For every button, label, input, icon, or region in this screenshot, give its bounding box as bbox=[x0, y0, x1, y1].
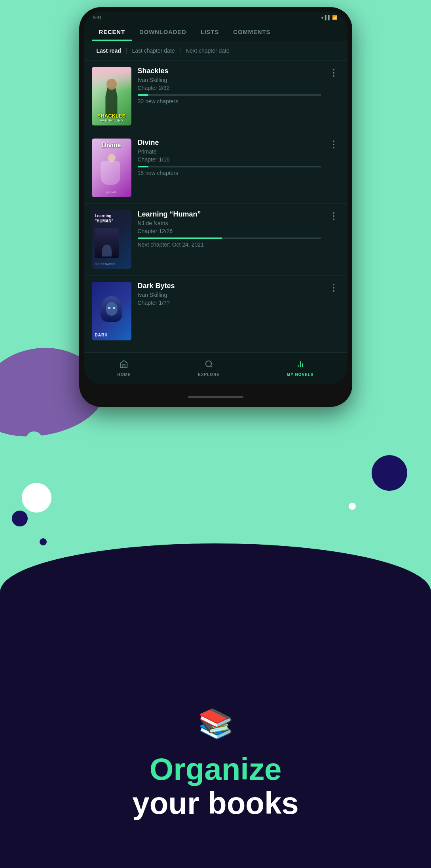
menu-dot-2 bbox=[333, 287, 334, 289]
book-author-dark-bytes: Ivan Skilling bbox=[138, 292, 321, 298]
book-author-divine: Primate bbox=[138, 148, 321, 155]
book-cover-shackles[interactable]: SHACKLES IVAN SKILLING bbox=[92, 67, 131, 125]
book-menu-learning-human[interactable] bbox=[328, 210, 340, 222]
book-status-shackles: 30 new chapters bbox=[138, 98, 321, 104]
book-info-dark-bytes: Dark Bytes Ivan Skilling Chapter 1/?? bbox=[138, 282, 321, 306]
nav-label-home: HOME bbox=[117, 372, 131, 377]
nav-item-my-novels[interactable]: MY NOVELS bbox=[287, 360, 314, 377]
book-menu-divine[interactable] bbox=[328, 139, 340, 150]
book-author-shackles: Ivan Skilling bbox=[138, 77, 321, 83]
tabs-navigation: RECENT DOWNLOADED LISTS COMMENTS bbox=[84, 23, 347, 41]
book-info-learning-human: Learning “Human” NJ de Natris Chapter 12… bbox=[138, 210, 321, 248]
book-title-shackles: Shackles bbox=[138, 67, 321, 75]
book-item-divine: Divine primate Divin bbox=[84, 132, 347, 204]
status-time: 9:41 bbox=[93, 15, 102, 20]
book-chapter-dark-bytes: Chapter 1/?? bbox=[138, 300, 321, 306]
sort-last-chapter-date[interactable]: Last chapter date bbox=[127, 46, 179, 55]
phone-screen: 9:41 ● ▌▌ 📶 RECENT DOWNLOADED LISTS COMM… bbox=[84, 12, 347, 384]
dark-circle-decoration bbox=[372, 455, 407, 491]
bottom-section: 📚 Organize your books bbox=[0, 543, 431, 868]
book-menu-dark-bytes[interactable] bbox=[328, 282, 340, 294]
book-status-divine: 15 new chapters bbox=[138, 170, 321, 176]
your-books-title: your books bbox=[132, 786, 298, 821]
organize-title: Organize bbox=[150, 752, 282, 786]
nav-item-explore[interactable]: EXPLORE bbox=[198, 360, 220, 377]
phone-frame: 9:41 ● ▌▌ 📶 RECENT DOWNLOADED LISTS COMM… bbox=[79, 7, 352, 407]
menu-dot-3 bbox=[333, 290, 334, 292]
menu-dot-1 bbox=[333, 212, 334, 214]
book-title-divine: Divine bbox=[138, 139, 321, 147]
cover-divine-title: Divine bbox=[102, 142, 121, 149]
menu-dot-1 bbox=[333, 141, 334, 142]
cover-learning-title: Learning"HUMAN" bbox=[95, 213, 114, 224]
book-menu-shackles[interactable] bbox=[328, 67, 340, 79]
sort-last-read[interactable]: Last read bbox=[92, 46, 126, 55]
book-chapter-divine: Chapter 1/16 bbox=[138, 156, 321, 163]
book-item-dark-bytes: DARK Dark Bytes Ivan Skilling Chapter 1/… bbox=[84, 275, 347, 347]
book-cover-divine[interactable]: Divine primate bbox=[92, 139, 131, 197]
nav-item-home[interactable]: HOME bbox=[117, 360, 131, 377]
book-cover-learning-human[interactable]: Learning"HUMAN" N.J. DE NATRIS bbox=[92, 210, 131, 269]
sort-bar: Last read | Last chapter date | Next cha… bbox=[84, 41, 347, 61]
explore-icon bbox=[205, 360, 213, 371]
bottom-navigation: HOME EXPLORE bbox=[84, 352, 347, 384]
phone-gesture-bar bbox=[188, 396, 243, 398]
progress-bar-learning-container bbox=[138, 237, 321, 239]
book-author-learning-human: NJ de Natris bbox=[138, 220, 321, 226]
white-dot-decoration bbox=[349, 503, 356, 510]
menu-dot-1 bbox=[333, 284, 334, 285]
status-bar: 9:41 ● ▌▌ 📶 bbox=[84, 12, 347, 23]
progress-bar-shackles-container bbox=[138, 94, 321, 96]
books-emoji: 📚 bbox=[198, 707, 234, 741]
progress-bar-divine-container bbox=[138, 166, 321, 167]
progress-bar-shackles-fill bbox=[138, 94, 149, 96]
progress-bar-divine-fill bbox=[138, 166, 149, 167]
white-circle-decoration bbox=[22, 483, 51, 513]
sort-next-chapter-date[interactable]: Next chapter date bbox=[181, 46, 234, 55]
book-title-dark-bytes: Dark Bytes bbox=[138, 282, 321, 290]
menu-dot-2 bbox=[333, 72, 334, 74]
book-status-learning-human: Next chapter: Oct 24, 2021 bbox=[138, 241, 321, 248]
tab-lists[interactable]: LISTS bbox=[194, 23, 226, 41]
menu-dot-3 bbox=[333, 218, 334, 220]
dark-dot-decoration bbox=[40, 538, 47, 545]
phone-mockup: 9:41 ● ▌▌ 📶 RECENT DOWNLOADED LISTS COMM… bbox=[79, 7, 352, 407]
book-chapter-learning-human: Chapter 12/26 bbox=[138, 228, 321, 234]
svg-point-0 bbox=[205, 361, 211, 367]
book-info-divine: Divine Primate Chapter 1/16 15 new chapt… bbox=[138, 139, 321, 176]
home-icon bbox=[120, 360, 128, 371]
cover-darkbytes-text: DARK bbox=[95, 333, 108, 337]
nav-label-explore: EXPLORE bbox=[198, 372, 220, 377]
nav-label-my-novels: MY NOVELS bbox=[287, 372, 314, 377]
book-title-learning-human: Learning “Human” bbox=[138, 210, 321, 218]
menu-dot-3 bbox=[333, 75, 334, 77]
status-icons: ● ▌▌ 📶 bbox=[321, 15, 338, 20]
menu-dot-3 bbox=[333, 147, 334, 148]
book-cover-dark-bytes[interactable]: DARK bbox=[92, 282, 131, 340]
menu-dot-1 bbox=[333, 69, 334, 70]
tab-recent[interactable]: RECENT bbox=[92, 23, 132, 41]
tab-comments[interactable]: COMMENTS bbox=[226, 23, 277, 41]
book-item-shackles: SHACKLES IVAN SKILLING Shackles Ivan Ski… bbox=[84, 61, 347, 132]
green-circle-decoration bbox=[26, 431, 42, 448]
progress-bar-learning-fill bbox=[138, 237, 222, 239]
dark-circle-small-decoration bbox=[12, 511, 28, 526]
book-item-learning-human: Learning"HUMAN" N.J. DE NATRIS bbox=[84, 204, 347, 275]
menu-dot-2 bbox=[333, 215, 334, 217]
svg-line-1 bbox=[211, 366, 212, 367]
book-chapter-shackles: Chapter 2/32 bbox=[138, 85, 321, 91]
my-novels-icon bbox=[296, 360, 305, 371]
menu-dot-2 bbox=[333, 144, 334, 145]
book-info-shackles: Shackles Ivan Skilling Chapter 2/32 30 n… bbox=[138, 67, 321, 104]
tab-downloaded[interactable]: DOWNLOADED bbox=[132, 23, 194, 41]
book-list: SHACKLES IVAN SKILLING Shackles Ivan Ski… bbox=[84, 61, 347, 352]
